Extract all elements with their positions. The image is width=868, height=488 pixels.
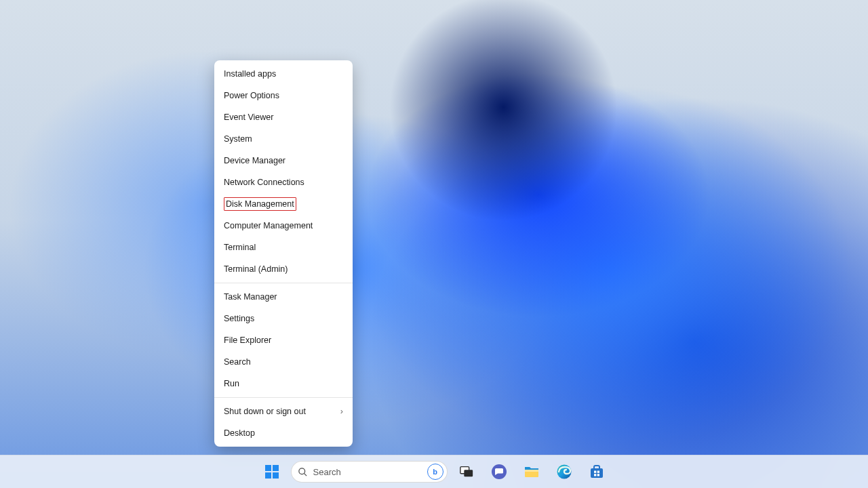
winx-item-label: Device Manager xyxy=(224,156,285,165)
winx-item-label: File Explorer xyxy=(224,336,271,345)
winx-item-label: System xyxy=(224,134,252,144)
svg-rect-16 xyxy=(597,474,599,476)
svg-rect-1 xyxy=(273,465,279,471)
winx-item-label: Event Viewer xyxy=(224,113,273,122)
taskbar: Search b xyxy=(0,455,868,488)
svg-rect-13 xyxy=(594,471,596,473)
winx-item-settings[interactable]: Settings xyxy=(214,308,353,329)
windows-logo-icon xyxy=(264,464,280,480)
folder-icon xyxy=(524,464,540,479)
winx-item-task-manager[interactable]: Task Manager xyxy=(214,286,353,308)
svg-rect-12 xyxy=(591,468,603,478)
task-view-button[interactable] xyxy=(453,458,480,485)
winx-item-label: Desktop xyxy=(224,428,255,438)
winx-item-installed-apps[interactable]: Installed apps xyxy=(214,63,353,85)
svg-rect-0 xyxy=(265,465,271,471)
winx-item-label: Terminal xyxy=(224,243,256,252)
svg-rect-14 xyxy=(597,471,599,473)
winx-item-system[interactable]: System xyxy=(214,128,353,150)
winx-item-label: Task Manager xyxy=(224,292,277,302)
desktop-wallpaper: Installed appsPower OptionsEvent ViewerS… xyxy=(0,0,868,488)
svg-point-4 xyxy=(298,468,304,474)
store-icon xyxy=(589,464,605,480)
winx-item-power-options[interactable]: Power Options xyxy=(214,85,353,106)
edge-button[interactable] xyxy=(551,458,578,485)
menu-separator xyxy=(214,283,353,283)
winx-item-disk-management[interactable]: Disk Management xyxy=(214,193,353,215)
search-placeholder: Search xyxy=(313,467,422,477)
winx-item-label: Computer Management xyxy=(224,221,313,230)
svg-rect-10 xyxy=(525,470,538,472)
winx-item-label: Installed apps xyxy=(224,69,276,79)
winx-item-label: Network Connections xyxy=(224,178,304,187)
winx-item-file-explorer[interactable]: File Explorer xyxy=(214,329,353,351)
winx-context-menu: Installed appsPower OptionsEvent ViewerS… xyxy=(214,60,353,447)
svg-rect-2 xyxy=(265,472,271,479)
winx-item-run[interactable]: Run xyxy=(214,373,353,394)
chat-button[interactable] xyxy=(486,458,513,485)
svg-rect-3 xyxy=(273,472,279,479)
winx-item-label: Power Options xyxy=(224,91,279,100)
taskbar-search-box[interactable]: Search b xyxy=(291,461,448,483)
svg-rect-7 xyxy=(464,470,473,476)
winx-item-computer-management[interactable]: Computer Management xyxy=(214,215,353,237)
chevron-right-icon: › xyxy=(340,407,343,416)
winx-item-terminal-admin[interactable]: Terminal (Admin) xyxy=(214,258,353,280)
winx-item-desktop[interactable]: Desktop xyxy=(214,422,353,444)
winx-item-label: Terminal (Admin) xyxy=(224,264,288,274)
winx-item-label: Search xyxy=(224,357,251,367)
svg-rect-15 xyxy=(594,474,596,476)
winx-item-terminal[interactable]: Terminal xyxy=(214,237,353,258)
file-explorer-button[interactable] xyxy=(518,458,545,485)
winx-item-shut-down[interactable]: Shut down or sign out› xyxy=(214,401,353,422)
winx-item-label: Run xyxy=(224,379,239,388)
svg-line-5 xyxy=(304,473,307,476)
microsoft-store-button[interactable] xyxy=(583,458,610,485)
search-icon xyxy=(298,467,308,477)
winx-item-label: Settings xyxy=(224,314,254,323)
bing-badge-icon[interactable]: b xyxy=(427,464,443,480)
task-view-icon xyxy=(459,464,474,479)
winx-item-event-viewer[interactable]: Event Viewer xyxy=(214,106,353,128)
edge-icon xyxy=(556,464,572,480)
winx-item-device-manager[interactable]: Device Manager xyxy=(214,150,353,171)
winx-item-network-connections[interactable]: Network Connections xyxy=(214,171,353,193)
chat-icon xyxy=(491,464,507,480)
winx-item-search[interactable]: Search xyxy=(214,351,353,373)
winx-item-label: Shut down or sign out xyxy=(224,407,306,416)
menu-separator xyxy=(214,397,353,398)
start-button[interactable] xyxy=(258,458,285,485)
winx-item-label: Disk Management xyxy=(224,197,296,211)
